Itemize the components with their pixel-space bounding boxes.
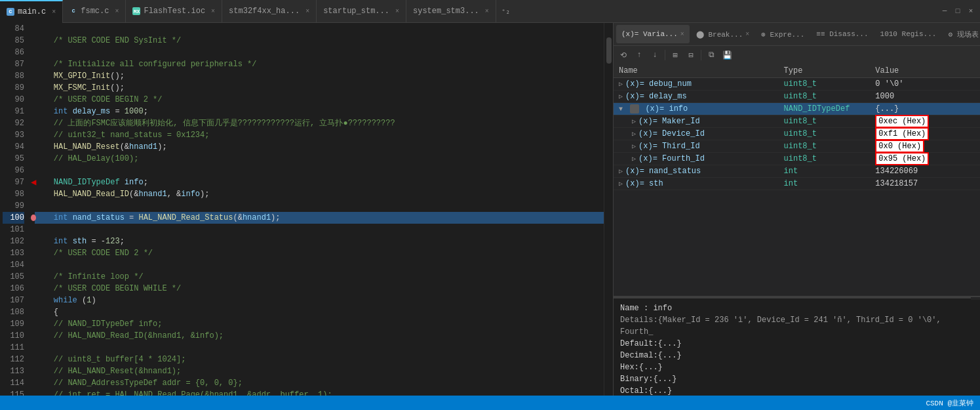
tab-close-main-c[interactable]: × — [52, 9, 56, 16]
variables-table[interactable]: Name Type Value ▷(x)= debug_num uint8_t … — [614, 64, 980, 296]
toolbar-btn-copy[interactable]: ⧉ — [704, 48, 718, 62]
var-row-nand-status[interactable]: ▷(x)= nand_status int 134226069 — [614, 165, 980, 178]
toolbar-btn-3[interactable]: ↓ — [648, 48, 662, 62]
var-row-delay-ms[interactable]: ▷(x)= delay_ms uint8_t 1000 — [614, 91, 980, 103]
code-line-84 — [35, 23, 604, 35]
expressions-tab-label: ⊛ Expre... — [761, 30, 804, 39]
tab-flashtest[interactable]: MX FlashTest.ioc × — [126, 0, 222, 23]
code-line-98: HAL_NAND_Read_ID(&hnand1, &info); — [35, 188, 604, 200]
var-value-debug-num: 0 '\0' — [870, 78, 980, 91]
var-row-fourth-id[interactable]: ▷(x)= Fourth_Id uint8_t 0x95 (Hex) — [614, 153, 980, 165]
expand-icon-device-id[interactable]: ▷ — [632, 131, 636, 138]
expand-icon-sth[interactable]: ▷ — [619, 180, 623, 188]
code-line-109: // NAND_IDTypeDef info; — [35, 318, 604, 330]
var-row-sth[interactable]: ▷(x)= sth int 134218157 — [614, 178, 980, 190]
toolbar-btn-5[interactable]: ⊟ — [684, 48, 698, 62]
var-row-info[interactable]: ▼ (x)= info NAND_IDTypeDef {...} — [614, 103, 980, 115]
debug-tab-disassembly[interactable]: ≡≡ Disass... — [811, 25, 873, 43]
code-line-103: /* USER CODE END 2 */ — [35, 247, 604, 259]
tab-overflow[interactable]: ⁺₂ — [496, 7, 515, 16]
value-fourth-id-highlight: 0x95 (Hex) — [875, 152, 929, 165]
toolbar-btn-1[interactable]: ⟲ — [616, 48, 631, 62]
var-name-fourth-id: ▷(x)= Fourth_Id — [614, 153, 779, 165]
code-line-97: ◀ NAND_IDTypeDef info; — [35, 176, 604, 188]
var-row-maker-id[interactable]: ▷(x)= Maker_Id uint8_t 0xec (Hex) — [614, 115, 980, 128]
expand-icon-delay-ms[interactable]: ▷ — [619, 93, 623, 100]
code-content[interactable]: /* USER CODE END SysInit */ /* Initializ… — [29, 23, 604, 396]
expand-icon-maker-id[interactable]: ▷ — [632, 118, 636, 125]
toolbar-btn-2[interactable]: ↑ — [632, 48, 646, 62]
expand-icon-fourth-id[interactable]: ▷ — [632, 155, 636, 163]
var-name-sth: ▷(x)= sth — [614, 178, 779, 190]
expand-icon-info[interactable]: ▼ — [619, 106, 623, 113]
var-row-debug-num[interactable]: ▷(x)= debug_num uint8_t 0 '\0' — [614, 78, 980, 91]
close-button[interactable]: × — [965, 5, 977, 17]
maximize-button[interactable]: □ — [952, 5, 964, 17]
info-title: Name : info — [620, 302, 973, 314]
tab-close-flashtest[interactable]: × — [211, 8, 215, 15]
code-line-105: /* Infinite loop */ — [35, 271, 604, 283]
tab-close-startup[interactable]: × — [395, 8, 399, 15]
variables-tab-close[interactable]: × — [680, 31, 684, 38]
code-line-99 — [35, 200, 604, 212]
status-text: CSDN @韭菜钟 — [926, 398, 973, 408]
value-device-id-highlight: 0xf1 (Hex) — [875, 127, 929, 140]
info-default: Default:{...} — [620, 338, 973, 350]
tab-stm32f4xx[interactable]: stm32f4xx_ha... × — [222, 0, 317, 23]
tab-label-flashtest: FlashTest.ioc — [144, 7, 205, 16]
tab-close-system[interactable]: × — [485, 8, 489, 15]
window-controls: ─ □ × — [939, 5, 980, 17]
code-line-106: /* USER CODE BEGIN WHILE */ — [35, 283, 604, 295]
toolbar-sep-2 — [701, 50, 701, 60]
scroll-thumb[interactable] — [606, 37, 612, 64]
live-tab-label: ⚙ 现场表... — [948, 30, 980, 39]
tab-startup[interactable]: startup_stm... × — [317, 0, 406, 23]
debug-tab-expressions[interactable]: ⊛ Expre... — [756, 25, 810, 43]
tab-system[interactable]: system_stm3... × — [406, 0, 496, 23]
var-value-fourth-id: 0x95 (Hex) — [870, 153, 980, 165]
tab-icon-flashtest: MX — [132, 7, 140, 15]
col-header-type: Type — [779, 64, 871, 78]
code-line-115: // int ret = HAL_NAND_Read_Page(&hnand1,… — [35, 389, 604, 396]
code-area: 84 85 86 87 88 89 90 91 92 93 94 95 96 9… — [0, 23, 613, 396]
debug-tab-registers[interactable]: 1010 Regis... — [875, 25, 942, 43]
variables-tab-label: (x)= Varia... — [621, 30, 678, 38]
tab-fsmc-c[interactable]: c fsmc.c × — [63, 0, 126, 23]
editor-scrollbar[interactable] — [604, 23, 613, 396]
tab-close-stm32f4xx[interactable]: × — [305, 8, 309, 15]
value-third-id-highlight: 0x0 (Hex) — [875, 140, 924, 153]
var-value-maker-id: 0xec (Hex) — [870, 115, 980, 128]
tab-main-c[interactable]: c main.c × — [0, 0, 63, 23]
code-line-94: HAL_NAND_Reset(&hnand1); — [35, 141, 604, 153]
var-type-sth: int — [779, 178, 871, 190]
var-row-device-id[interactable]: ▷(x)= Device_Id uint8_t 0xf1 (Hex) — [614, 128, 980, 140]
var-type-third-id: uint8_t — [779, 140, 871, 153]
var-value-sth: 134218157 — [870, 178, 980, 190]
breakpoints-tab-close[interactable]: × — [745, 31, 749, 38]
debug-tab-variables[interactable]: (x)= Varia... × — [616, 25, 690, 43]
tab-icon-main-c: c — [7, 8, 14, 16]
toolbar-btn-4[interactable]: ⊞ — [668, 48, 682, 62]
var-type-debug-num: uint8_t — [779, 78, 871, 91]
tab-bar: c main.c × c fsmc.c × MX FlashTest.ioc ×… — [0, 0, 980, 23]
code-line-108: { — [35, 306, 604, 318]
debug-tab-live[interactable]: ⚙ 现场表... — [943, 25, 980, 43]
code-line-102: int sth = -123; — [35, 236, 604, 247]
code-line-107: while (1) — [35, 295, 604, 306]
col-header-value: Value — [870, 64, 980, 78]
expand-icon-debug-num[interactable]: ▷ — [619, 81, 623, 88]
var-row-third-id[interactable]: ▷(x)= Third_Id uint8_t 0x0 (Hex) — [614, 140, 980, 153]
debug-tab-breakpoints[interactable]: ⬤ Break... × — [691, 25, 755, 43]
toolbar-btn-save[interactable]: 💾 — [720, 48, 734, 62]
info-hex: Hex:{...} — [620, 361, 973, 373]
minimize-button[interactable]: ─ — [939, 5, 951, 17]
code-line-93: // uint32_t nand_status = 0x1234; — [35, 129, 604, 141]
tab-close-fsmc[interactable]: × — [115, 8, 119, 15]
right-panel: (x)= Varia... × ⬤ Break... × ⊛ Expre... … — [613, 23, 980, 396]
var-name-maker-id: ▷(x)= Maker_Id — [614, 115, 779, 128]
tab-label-main-c: main.c — [18, 7, 46, 16]
var-panel-scrollbar[interactable] — [971, 297, 980, 300]
code-line-113: // HAL_NAND_Reset(&hnand1); — [35, 365, 604, 377]
expand-icon-nand-status[interactable]: ▷ — [619, 168, 623, 175]
expand-icon-third-id[interactable]: ▷ — [632, 143, 636, 150]
